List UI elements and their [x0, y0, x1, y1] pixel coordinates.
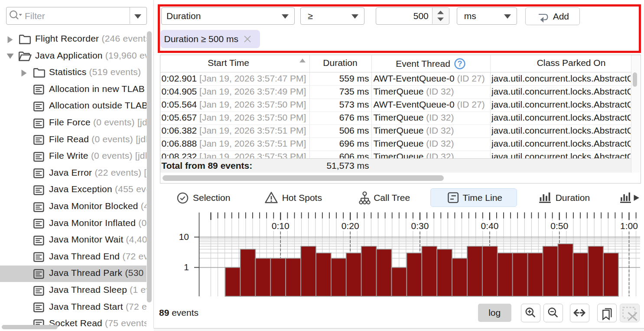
svg-text:?: ? [457, 59, 462, 68]
